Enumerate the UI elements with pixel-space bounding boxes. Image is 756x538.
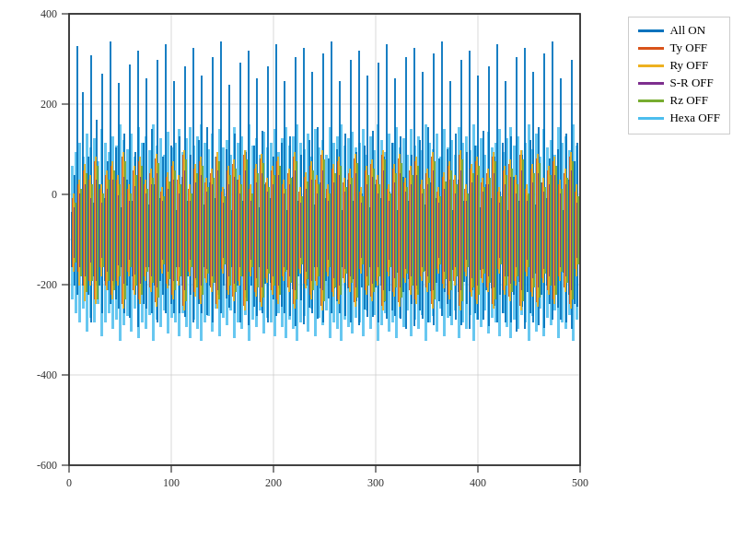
svg-rect-686: [494, 161, 496, 299]
svg-rect-694: [539, 163, 541, 298]
svg-rect-638: [229, 175, 231, 286]
svg-rect-674: [428, 178, 430, 283]
svg-rect-660: [351, 178, 353, 283]
svg-rect-610: [75, 203, 76, 263]
svg-rect-691: [522, 159, 524, 301]
svg-rect-678: [450, 170, 452, 290]
svg-rect-685: [489, 178, 491, 283]
svg-rect-681: [467, 193, 469, 267]
svg-text:500: 500: [572, 476, 588, 489]
svg-rect-683: [478, 166, 480, 295]
svg-rect-700: [572, 161, 574, 299]
svg-rect-701: [577, 196, 579, 264]
svg-rect-654: [318, 184, 320, 276]
svg-rect-657: [334, 173, 336, 287]
svg-rect-619: [124, 161, 126, 299]
svg-rect-677: [445, 181, 447, 279]
svg-rect-204: [220, 41, 222, 313]
svg-rect-627: [169, 181, 170, 279]
svg-rect-643: [257, 173, 259, 287]
svg-rect-665: [378, 184, 380, 276]
svg-rect-624: [152, 178, 154, 283]
svg-rect-636: [218, 161, 220, 299]
svg-text:0: 0: [66, 476, 72, 489]
svg-rect-264: [386, 44, 388, 319]
svg-text:-200: -200: [37, 278, 57, 291]
svg-rect-676: [439, 196, 441, 264]
svg-text:400: 400: [41, 7, 57, 20]
svg-rect-616: [108, 180, 110, 281]
svg-rect-649: [290, 178, 292, 283]
svg-text:-400: -400: [37, 368, 57, 381]
svg-rect-630: [185, 159, 187, 301]
svg-rect-655: [323, 159, 325, 301]
svg-rect-634: [207, 187, 209, 274]
legend-label-all-on: All ON: [669, 23, 705, 38]
svg-text:300: 300: [367, 476, 384, 489]
svg-rect-622: [141, 166, 143, 295]
svg-rect-620: [130, 193, 132, 267]
svg-rect-687: [500, 196, 502, 264]
svg-rect-647: [279, 166, 281, 295]
legend-item-ry-off: Ry OFF: [638, 58, 720, 73]
svg-rect-639: [235, 169, 237, 292]
legend-item-rz-off: Rz OFF: [638, 93, 720, 108]
legend-label-ry-off: Ry OFF: [669, 58, 708, 73]
svg-rect-699: [566, 178, 568, 283]
svg-rect-698: [561, 189, 563, 272]
svg-rect-659: [345, 187, 347, 274]
chart-container: 400 200 0 -200 -400 -600 0 100 200 300 4…: [0, 0, 756, 538]
svg-rect-623: [146, 189, 148, 272]
legend-item-sr-off: S-R OFF: [638, 76, 720, 90]
svg-rect-663: [367, 175, 369, 286]
svg-rect-612: [86, 173, 87, 292]
legend-label-ty-off: Ty OFF: [669, 41, 707, 55]
svg-rect-662: [362, 196, 364, 264]
legend-item-hexa-off: Hexa OFF: [638, 111, 720, 125]
svg-rect-670: [406, 187, 408, 274]
svg-text:400: 400: [470, 476, 486, 489]
svg-rect-632: [196, 173, 198, 287]
chart-legend: All ON Ty OFF Ry OFF S-R OFF Rz OFF Hexa…: [628, 17, 730, 134]
svg-rect-615: [102, 193, 104, 267]
svg-rect-314: [524, 48, 526, 329]
svg-rect-684: [483, 187, 485, 274]
svg-rect-618: [119, 184, 121, 276]
svg-rect-651: [301, 196, 303, 264]
svg-rect-214: [248, 51, 250, 325]
svg-rect-635: [213, 178, 215, 283]
svg-rect-669: [401, 163, 402, 298]
svg-rect-653: [312, 170, 314, 290]
svg-text:-600: -600: [37, 459, 57, 472]
svg-rect-695: [544, 187, 546, 274]
svg-text:200: 200: [265, 476, 282, 489]
svg-rect-688: [506, 175, 507, 286]
legend-color-rz-off: [638, 99, 664, 102]
legend-label-rz-off: Rz OFF: [669, 93, 708, 108]
svg-rect-621: [135, 175, 137, 286]
svg-rect-693: [533, 173, 535, 287]
legend-color-ty-off: [638, 47, 664, 50]
legend-color-all-on: [638, 29, 664, 32]
legend-color-sr-off: [638, 82, 664, 85]
svg-rect-628: [174, 170, 176, 290]
svg-rect-617: [113, 170, 115, 290]
svg-rect-697: [555, 166, 557, 295]
svg-rect-626: [163, 196, 165, 264]
svg-rect-611: [80, 189, 82, 276]
svg-rect-645: [268, 187, 270, 274]
svg-rect-633: [202, 166, 204, 295]
svg-rect-625: [157, 163, 159, 298]
svg-rect-640: [240, 184, 242, 276]
svg-rect-666: [384, 159, 386, 301]
svg-rect-661: [356, 163, 358, 298]
legend-label-sr-off: S-R OFF: [669, 76, 713, 90]
legend-label-hexa-off: Hexa OFF: [669, 111, 720, 125]
svg-rect-689: [511, 169, 513, 292]
svg-rect-254: [358, 51, 360, 325]
svg-rect-671: [412, 175, 413, 286]
svg-rect-656: [329, 193, 331, 267]
svg-rect-613: [91, 184, 93, 281]
svg-rect-614: [97, 166, 99, 299]
svg-rect-664: [373, 169, 375, 292]
